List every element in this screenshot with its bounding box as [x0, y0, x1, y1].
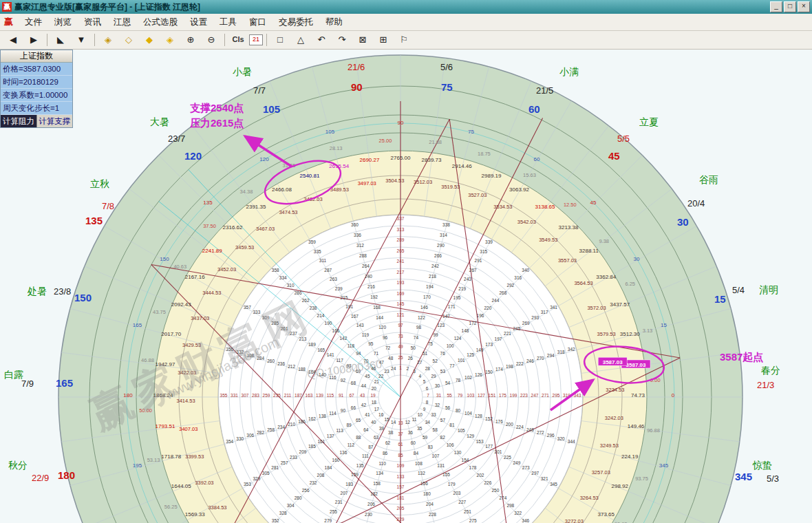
- svg-text:50.00: 50.00: [139, 407, 152, 414]
- svg-text:2167.16: 2167.16: [185, 274, 205, 280]
- svg-text:3249.53: 3249.53: [600, 442, 619, 449]
- svg-text:106: 106: [447, 442, 454, 447]
- gann-square-tool[interactable]: ◆: [140, 32, 159, 47]
- svg-text:149: 149: [476, 348, 484, 352]
- menu-item-江恩[interactable]: 江恩: [107, 14, 137, 30]
- svg-text:236: 236: [277, 361, 285, 366]
- svg-text:97: 97: [398, 323, 403, 328]
- menu-item-交易委托[interactable]: 交易委托: [273, 14, 319, 30]
- restore-button[interactable]: □: [784, 1, 796, 12]
- svg-text:28: 28: [425, 366, 431, 371]
- svg-text:145: 145: [397, 301, 405, 306]
- svg-text:138: 138: [319, 414, 326, 418]
- svg-text:165: 165: [317, 348, 325, 352]
- svg-text:321: 321: [541, 476, 548, 481]
- menu-item-浏览[interactable]: 浏览: [48, 14, 78, 30]
- svg-text:245: 245: [513, 326, 520, 331]
- svg-text:204: 204: [426, 502, 434, 506]
- svg-text:285: 285: [271, 321, 279, 325]
- menu-item-窗口[interactable]: 窗口: [243, 14, 273, 30]
- svg-text:78: 78: [456, 378, 461, 383]
- svg-text:3512.30: 3512.30: [620, 331, 640, 337]
- svg-text:243: 243: [464, 277, 471, 281]
- gann-fan-tool[interactable]: ◈: [160, 32, 180, 47]
- svg-text:224.19: 224.19: [621, 453, 639, 460]
- svg-text:2391.35: 2391.35: [246, 204, 266, 210]
- svg-text:304: 304: [287, 503, 295, 508]
- svg-text:2690.27: 2690.27: [360, 157, 380, 163]
- outer-label: 7/8: [102, 201, 114, 211]
- svg-text:116: 116: [329, 375, 336, 380]
- svg-text:90: 90: [341, 408, 346, 413]
- triangle-tool[interactable]: △: [291, 32, 310, 47]
- outer-label: 白露: [4, 369, 23, 380]
- svg-text:52: 52: [433, 359, 438, 363]
- start-annotation-text: 3587起点: [720, 351, 763, 363]
- outer-label: 5/4: [732, 285, 745, 295]
- outer-label: 23/7: [168, 134, 185, 144]
- svg-text:334: 334: [279, 275, 287, 280]
- calc-support-button[interactable]: 计算支撑: [36, 115, 73, 127]
- svg-text:320: 320: [557, 436, 565, 441]
- menu-item-文件[interactable]: 文件: [19, 14, 48, 30]
- svg-text:289: 289: [397, 237, 405, 242]
- zoom-in-button[interactable]: ⊕: [181, 32, 200, 47]
- cls-button[interactable]: Cls: [228, 32, 248, 47]
- mark-tool[interactable]: ▼: [72, 32, 91, 47]
- chart-canvas[interactable]: 1234567891011121314151617181920212223242…: [0, 50, 812, 523]
- svg-text:192: 192: [370, 295, 378, 299]
- svg-text:241: 241: [397, 259, 405, 264]
- menu-item-设置[interactable]: 设置: [184, 14, 213, 30]
- svg-text:3564.53: 3564.53: [574, 280, 592, 286]
- svg-text:80: 80: [456, 408, 461, 413]
- calendar-button[interactable]: 21: [249, 34, 263, 45]
- outer-label: 5/3: [767, 473, 779, 484]
- svg-text:191: 191: [345, 304, 353, 309]
- title-bar[interactable]: 赢 赢家江恩专业版[赢家服务平台] - [上证指数 江恩轮] _□×: [0, 0, 812, 14]
- svg-text:4: 4: [418, 374, 421, 378]
- brand-logo-icon[interactable]: 赢: [3, 16, 19, 28]
- svg-text:147: 147: [442, 314, 450, 319]
- arc-left-tool[interactable]: ↶: [312, 32, 331, 47]
- svg-text:3414.53: 3414.53: [177, 398, 195, 404]
- gann-wheel-tool[interactable]: ◈: [98, 32, 118, 47]
- close-button[interactable]: ×: [798, 1, 810, 12]
- minimize-button[interactable]: _: [770, 1, 782, 12]
- svg-text:0: 0: [672, 392, 675, 398]
- forward-button[interactable]: ▶: [24, 32, 43, 47]
- support-annotation-text: 支撑2540点: [189, 102, 244, 114]
- svg-text:12: 12: [405, 420, 411, 425]
- arc-right-tool[interactable]: ↷: [332, 32, 352, 47]
- svg-text:103: 103: [467, 393, 475, 398]
- crosshair-tool[interactable]: ⊞: [374, 32, 393, 47]
- back-button[interactable]: ◀: [3, 32, 23, 47]
- svg-text:10: 10: [418, 412, 423, 417]
- menu-item-公式选股[interactable]: 公式选股: [137, 14, 184, 30]
- menu-item-帮助[interactable]: 帮助: [319, 14, 349, 30]
- gann-box-tool[interactable]: ◇: [119, 32, 138, 47]
- svg-text:25: 25: [398, 355, 403, 360]
- svg-text:124: 124: [454, 336, 462, 341]
- gann-wheel-canvas[interactable]: 1234567891011121314151617181920212223242…: [0, 50, 812, 523]
- toolbar-separator: [47, 34, 47, 46]
- svg-text:60: 60: [411, 440, 416, 445]
- pointer-tool[interactable]: ◣: [51, 32, 70, 47]
- svg-text:93.75: 93.75: [635, 476, 648, 482]
- svg-text:313: 313: [397, 227, 405, 232]
- delete-tool[interactable]: ⊠: [353, 32, 372, 47]
- svg-text:216: 216: [367, 284, 375, 289]
- calc-resistance-button[interactable]: 计算阻力: [1, 115, 36, 127]
- svg-text:298: 298: [506, 503, 514, 508]
- svg-text:266: 266: [434, 253, 442, 258]
- svg-text:1942.97: 1942.97: [155, 361, 175, 367]
- zoom-out-button[interactable]: ⊖: [202, 32, 221, 47]
- svg-text:286: 286: [295, 290, 302, 295]
- menu-item-资讯[interactable]: 资讯: [78, 14, 107, 30]
- rect-tool[interactable]: □: [270, 32, 290, 47]
- svg-text:39: 39: [379, 426, 385, 431]
- svg-text:240: 240: [365, 274, 372, 279]
- menu-item-工具[interactable]: 工具: [213, 14, 243, 30]
- flag-tool[interactable]: ⚐: [394, 32, 414, 47]
- svg-text:3234.53: 3234.53: [606, 387, 624, 393]
- svg-text:211: 211: [284, 393, 292, 398]
